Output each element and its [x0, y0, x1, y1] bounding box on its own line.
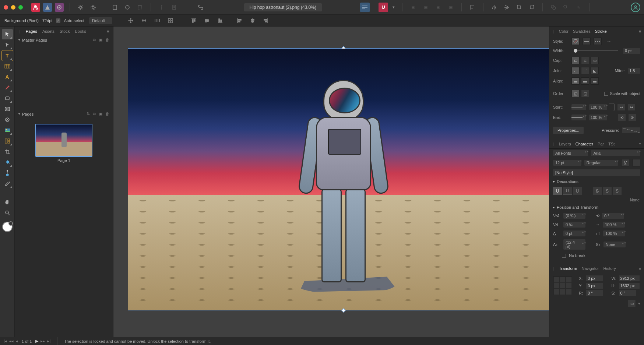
minimize-window[interactable]: [11, 5, 15, 10]
position-transform-header[interactable]: Position and Transform: [549, 203, 644, 211]
transform-h[interactable]: [619, 283, 640, 289]
order-behind-icon[interactable]: ◱: [571, 90, 580, 97]
data-merge-tool[interactable]: [2, 136, 13, 146]
app-switch-photo[interactable]: [55, 3, 64, 12]
snapping-toggle[interactable]: [379, 3, 388, 12]
add-master-icon[interactable]: ⧉: [93, 38, 96, 42]
tab-paragraph[interactable]: Par: [598, 142, 604, 146]
move-tool[interactable]: [2, 29, 13, 39]
join-miter-icon[interactable]: ⌐: [571, 67, 580, 74]
duplicate-page-icon[interactable]: ▣: [99, 112, 102, 116]
canvas-viewport[interactable]: [113, 27, 549, 337]
tab-transform[interactable]: Transform: [559, 266, 577, 271]
artistic-text-tool[interactable]: A: [2, 72, 13, 82]
fill-tool[interactable]: [2, 157, 13, 168]
start-style[interactable]: ▲▼: [571, 104, 586, 110]
flip-horizontal-icon[interactable]: [489, 3, 499, 12]
close-window[interactable]: [4, 5, 8, 10]
duplicate-master-icon[interactable]: ▣: [99, 38, 102, 42]
view-mode-preview-icon[interactable]: [123, 3, 132, 12]
cap-square-icon[interactable]: ▭: [591, 57, 599, 64]
prev-page-icon[interactable]: ◂: [16, 339, 18, 344]
view-mode-clip-icon[interactable]: [135, 3, 145, 12]
transform-y[interactable]: [586, 283, 603, 289]
stroke-dash-icon[interactable]: [594, 38, 602, 45]
boolean-subtract-icon[interactable]: [561, 3, 571, 12]
transform-w[interactable]: [619, 275, 640, 281]
cap-round-icon[interactable]: ⊂: [581, 57, 589, 64]
miter-input[interactable]: [628, 68, 640, 74]
reverse-start-icon[interactable]: ⟲: [618, 114, 626, 121]
tab-layers[interactable]: Layers: [559, 142, 571, 146]
font-variant-icon[interactable]: V: [621, 159, 629, 166]
cap-butt-icon[interactable]: ⊏: [571, 57, 580, 64]
scale-checkbox[interactable]: [604, 92, 608, 96]
pressure-profile[interactable]: [622, 127, 640, 133]
tab-navigator[interactable]: Navigator: [581, 266, 599, 271]
boolean-add-icon[interactable]: [549, 3, 558, 12]
move-ctx-icon[interactable]: [126, 16, 136, 25]
zoom-tool[interactable]: [2, 208, 13, 218]
tab-character[interactable]: Character: [576, 142, 593, 146]
align-bottom-icon[interactable]: [215, 16, 225, 25]
order-front-icon[interactable]: ◲: [581, 90, 589, 97]
space-h-icon[interactable]: [152, 16, 162, 25]
boolean-intersect-icon[interactable]: [574, 3, 583, 12]
baseline-grid-icon[interactable]: [157, 3, 166, 12]
text-styles-icon[interactable]: [360, 3, 370, 12]
join-bevel-icon[interactable]: ◣: [591, 67, 599, 74]
transform-anchor[interactable]: [553, 276, 572, 295]
panel-menu-icon[interactable]: ≡: [107, 29, 109, 34]
prev-spread-icon[interactable]: ◂◂: [9, 339, 14, 344]
baseline-input[interactable]: 0 pt▲▼: [563, 230, 585, 236]
vscale-input[interactable]: 100 %▲▼: [603, 230, 625, 236]
squiggle-underline-icon[interactable]: U: [573, 187, 582, 195]
panel-menu-icon[interactable]: ≡: [639, 266, 641, 271]
chevron-down-icon[interactable]: ▾: [18, 112, 20, 116]
first-page-icon[interactable]: |◂: [4, 339, 7, 344]
chevron-down-icon[interactable]: ▾: [18, 38, 20, 42]
transparency-tool[interactable]: [2, 168, 13, 178]
pen-tool[interactable]: [2, 82, 13, 93]
link-arrows-icon[interactable]: [609, 103, 615, 111]
tab-color[interactable]: Color: [559, 29, 569, 34]
properties-button[interactable]: Properties...: [553, 127, 584, 134]
nobreak-checkbox[interactable]: [562, 254, 566, 258]
align-left-ctx-icon[interactable]: [235, 16, 244, 25]
rotate-cw-icon[interactable]: [527, 3, 536, 12]
strikethrough-icon[interactable]: S: [593, 187, 602, 195]
last-page-icon[interactable]: ▸|: [47, 339, 50, 344]
stroke-brush-icon[interactable]: 〰: [605, 38, 613, 45]
font-category[interactable]: All Fonts▲▼: [553, 150, 588, 156]
arrange-front-icon[interactable]: ▣: [446, 3, 455, 12]
hscale-input[interactable]: 100 %▲▼: [603, 222, 625, 228]
tab-swatches[interactable]: Swatches: [573, 29, 591, 34]
tab-pages[interactable]: Pages: [26, 29, 37, 34]
autoselect-preset[interactable]: Default: [89, 17, 112, 24]
app-switch-publisher[interactable]: [31, 3, 40, 12]
view-mode-normal-icon[interactable]: [110, 3, 120, 12]
font-options-icon[interactable]: ⋯: [632, 159, 640, 166]
tab-books[interactable]: Books: [75, 29, 86, 34]
next-spread-icon[interactable]: ▸▸: [41, 339, 45, 344]
align-inside-icon[interactable]: ▬: [581, 77, 589, 85]
resize-mode-icon[interactable]: ▭: [628, 300, 636, 307]
underline-icon[interactable]: U: [553, 187, 562, 195]
font-family[interactable]: Arial▲▼: [591, 150, 640, 156]
width-slider[interactable]: [574, 50, 618, 51]
tab-history[interactable]: History: [603, 266, 616, 271]
rectangle-tool[interactable]: [2, 93, 13, 103]
swap-end-icon[interactable]: ↦: [628, 104, 635, 110]
leading-input[interactable]: (12.4 pt)▲▼: [563, 239, 585, 250]
align-right-ctx-icon[interactable]: [261, 16, 271, 25]
end-pct[interactable]: 100 %▲▼: [589, 115, 607, 120]
crop-tool[interactable]: [2, 147, 13, 157]
frame-text-tool[interactable]: T: [2, 50, 13, 61]
transform-s[interactable]: [619, 290, 636, 296]
width-input[interactable]: [623, 48, 640, 54]
pages-options-icon[interactable]: ⇅: [87, 112, 90, 116]
tracking-input[interactable]: (0 ‰)▲▼: [563, 213, 585, 219]
tab-assets[interactable]: Assets: [42, 29, 54, 34]
reverse-end-icon[interactable]: ⟳: [629, 114, 636, 121]
color-swatch[interactable]: [2, 222, 13, 232]
